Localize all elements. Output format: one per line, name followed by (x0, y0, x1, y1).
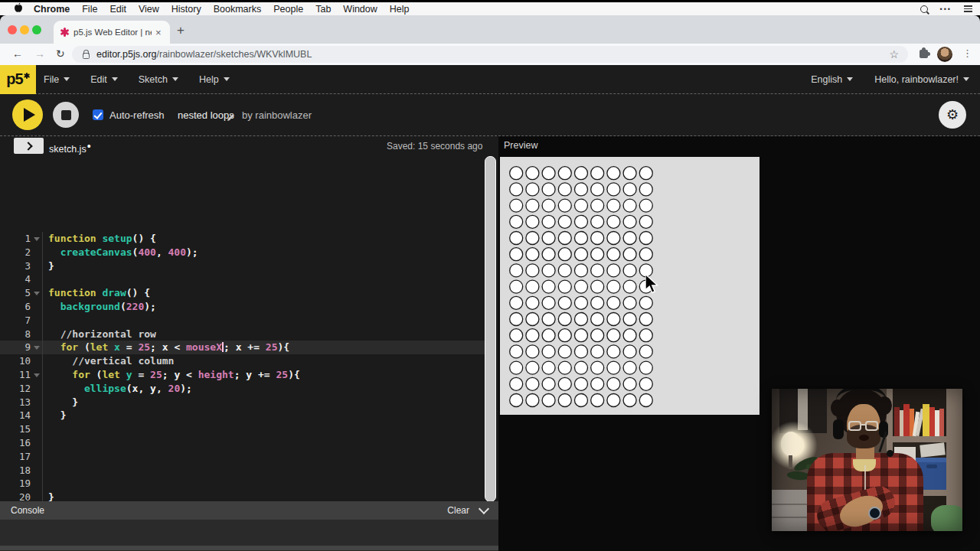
code-line[interactable]: 7 (0, 314, 485, 328)
preview-label: Preview (504, 140, 537, 151)
chevron-down-icon (224, 77, 230, 81)
sketch-byline: by rainbowlazer (242, 109, 312, 121)
account-menu[interactable]: Hello, rainbowlazer! (874, 74, 969, 85)
menu-tab[interactable]: Tab (315, 4, 331, 15)
p5-logo[interactable]: p5 (0, 65, 36, 94)
tab-title: p5.js Web Editor | nested loops (74, 28, 152, 37)
menu-chrome[interactable]: Chrome (34, 4, 70, 15)
chevron-down-icon (847, 77, 853, 81)
p5-menu-sketch[interactable]: Sketch (139, 74, 178, 85)
code-line[interactable]: 15 (0, 422, 485, 436)
menu-people[interactable]: People (273, 4, 303, 15)
preview-canvas[interactable] (500, 157, 760, 415)
apple-menu-icon[interactable] (14, 2, 23, 15)
auto-refresh-checkbox[interactable] (93, 109, 103, 120)
webcam-vignette (772, 389, 962, 531)
address-bar[interactable]: editor.p5js.org/rainbowlazer/sketches/WK… (72, 46, 908, 63)
code-line[interactable]: 2 createCanvas(400, 400); (0, 246, 485, 259)
sketch-name: nested loops (178, 109, 234, 121)
menu-file[interactable]: File (82, 4, 97, 15)
console-bar[interactable]: Console Clear (0, 501, 498, 520)
spotlight-search-icon[interactable] (920, 5, 928, 13)
file-tab-sketchjs[interactable]: sketch.js• (49, 140, 91, 155)
code-line[interactable]: 4 (0, 272, 485, 286)
auto-refresh-label: Auto-refresh (109, 109, 165, 121)
webcam-video (772, 389, 962, 531)
console-collapse-icon[interactable] (479, 504, 489, 514)
mouse-cursor (645, 274, 658, 297)
code-line[interactable]: 5function draw() { (0, 286, 485, 300)
browser-tab[interactable]: p5.js Web Editor | nested loops × (54, 21, 170, 44)
p5-menu-file[interactable]: File (44, 74, 70, 85)
url-path: /rainbowlazer/sketches/WKVklMUBL (157, 49, 312, 60)
circle-grid (500, 157, 760, 415)
notification-center-icon[interactable] (964, 5, 972, 12)
code-line[interactable]: 12 ellipse(x, y, 20); (0, 382, 485, 396)
editor-panel: sketch.js• 1function setup() {2 createCa… (0, 136, 498, 551)
reload-icon[interactable]: ↻ (56, 47, 65, 60)
language-selector[interactable]: English (811, 74, 853, 85)
code-line[interactable]: 14 } (0, 409, 485, 422)
chevron-down-icon (172, 77, 178, 81)
stop-button[interactable] (53, 102, 79, 128)
p5-logo-text: p5 (6, 70, 22, 88)
tab-close-icon[interactable]: × (155, 27, 162, 38)
close-window-button[interactable] (8, 25, 17, 34)
editor-scrollbar[interactable] (485, 156, 496, 502)
code-line[interactable]: 10 //vertical column (0, 354, 485, 368)
menu-bookmarks[interactable]: Bookmarks (214, 4, 262, 15)
p5-menu-edit[interactable]: Edit (90, 74, 118, 85)
lock-icon (83, 53, 90, 59)
menu-view[interactable]: View (139, 4, 159, 15)
back-icon[interactable]: ← (12, 47, 23, 60)
code-line[interactable]: 3} (0, 259, 485, 273)
new-tab-button[interactable]: + (177, 23, 185, 38)
code-line[interactable]: 6 background(220); (0, 300, 485, 314)
settings-button[interactable]: ⚙ (939, 101, 966, 129)
code-line[interactable]: 8 //horizontal row (0, 328, 485, 341)
play-icon (24, 108, 35, 122)
bookmark-star-icon[interactable]: ☆ (889, 48, 899, 60)
chevron-down-icon (64, 77, 70, 81)
code-line[interactable]: 9 for (let x = 25; x < mouseX; x += 25){ (0, 341, 485, 354)
browser-window: p5.js Web Editor | nested loops × + ← → … (0, 15, 980, 551)
code-line[interactable]: 16 (0, 436, 485, 450)
browser-menu-icon[interactable]: ⋮ (962, 47, 972, 59)
console-scrollbar[interactable] (0, 546, 498, 550)
saved-status: Saved: 15 seconds ago (387, 141, 482, 152)
sidebar-toggle-button[interactable] (14, 138, 44, 154)
console-clear-button[interactable]: Clear (447, 505, 469, 516)
macos-menu-bar: Chrome File Edit View History Bookmarks … (0, 2, 980, 15)
menu-window[interactable]: Window (343, 4, 377, 15)
code-line[interactable]: 11 for (let y = 25; y < height; y += 25)… (0, 368, 485, 382)
menu-edit[interactable]: Edit (109, 4, 126, 15)
menu-history[interactable]: History (172, 4, 201, 15)
console-label: Console (11, 505, 447, 516)
chevron-down-icon (963, 77, 969, 81)
profile-avatar[interactable] (937, 47, 952, 62)
play-button[interactable] (12, 99, 43, 130)
minimize-window-button[interactable] (20, 25, 29, 34)
url-text: editor.p5js.org/rainbowlazer/sketches/WK… (96, 49, 889, 60)
unsaved-dot: • (87, 140, 91, 152)
forward-icon[interactable]: → (34, 47, 45, 60)
extensions-puzzle-icon[interactable] (920, 50, 928, 58)
code-line[interactable]: 19 (0, 477, 485, 491)
browser-tab-bar: p5.js Web Editor | nested loops × + (0, 15, 980, 44)
stop-icon (61, 110, 71, 120)
code-line[interactable]: 13 } (0, 396, 485, 409)
control-center-icon[interactable]: ••• (940, 5, 952, 13)
p5-toolbar: Auto-refresh nested loops by rainbowlaze… (0, 94, 980, 136)
chevron-down-icon (112, 77, 118, 81)
p5-menu-help[interactable]: Help (199, 74, 230, 85)
browser-toolbar: ← → ↻ editor.p5js.org/rainbowlazer/sketc… (0, 44, 980, 65)
gear-icon: ⚙ (946, 106, 959, 123)
code-line[interactable]: 18 (0, 464, 485, 478)
code-line[interactable]: 1function setup() { (0, 232, 485, 246)
code-line[interactable]: 17 (0, 450, 485, 464)
menu-help[interactable]: Help (390, 4, 410, 15)
p5-header: p5 File Edit Sketch Help English Hello, … (0, 65, 980, 94)
zoom-window-button[interactable] (32, 25, 41, 34)
edit-sketch-name-icon[interactable] (227, 111, 235, 125)
p5-favicon (60, 28, 69, 37)
